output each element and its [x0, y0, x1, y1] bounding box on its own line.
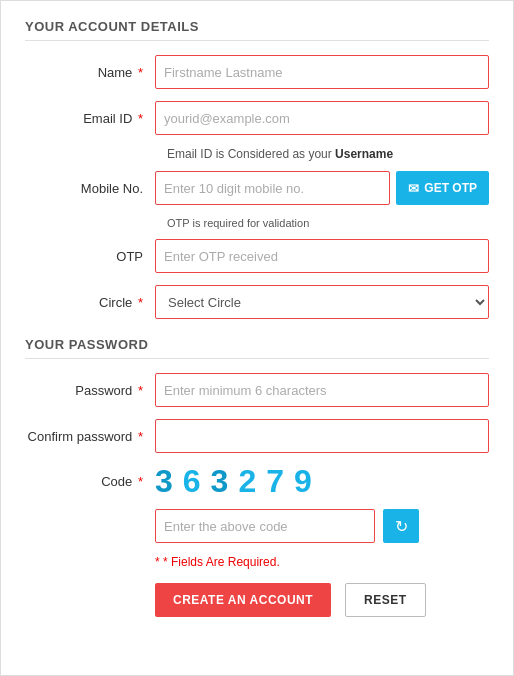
mobile-input-group: ✉ GET OTP [155, 171, 489, 205]
name-label: Name * [25, 65, 155, 80]
code-required-star: * [138, 474, 143, 489]
password-input[interactable] [155, 373, 489, 407]
refresh-captcha-button[interactable]: ↻ [383, 509, 419, 543]
password-label: Password * [25, 383, 155, 398]
reset-button[interactable]: RESET [345, 583, 426, 617]
refresh-icon: ↻ [395, 517, 408, 536]
captcha-input[interactable] [155, 509, 375, 543]
mobile-group: Mobile No. ✉ GET OTP [25, 171, 489, 205]
name-input[interactable] [155, 55, 489, 89]
code-digit-5: 9 [294, 465, 312, 497]
otp-label: OTP [25, 249, 155, 264]
email-label: Email ID * [25, 111, 155, 126]
code-digit-0: 3 [155, 465, 173, 497]
code-digit-4: 7 [266, 465, 284, 497]
mobile-label: Mobile No. [25, 181, 155, 196]
confirm-password-input[interactable] [155, 419, 489, 453]
email-input[interactable] [155, 101, 489, 135]
email-group: Email ID * [25, 101, 489, 135]
confirm-password-label: Confirm password * [25, 429, 155, 444]
get-otp-button[interactable]: ✉ GET OTP [396, 171, 489, 205]
code-digit-3: 2 [238, 465, 256, 497]
circle-label: Circle * [25, 295, 155, 310]
otp-group: OTP [25, 239, 489, 273]
code-digit-2: 3 [211, 465, 229, 497]
confirm-required-star: * [138, 429, 143, 444]
code-label: Code * [25, 474, 155, 489]
password-group: Password * [25, 373, 489, 407]
otp-note: OTP is required for validation [167, 217, 489, 229]
captcha-display: 3 6 3 2 7 9 [155, 465, 489, 497]
circle-required-star: * [138, 295, 143, 310]
email-required-star: * [138, 111, 143, 126]
otp-input[interactable] [155, 239, 489, 273]
envelope-icon: ✉ [408, 181, 419, 196]
name-group: Name * [25, 55, 489, 89]
required-star-note: * [155, 555, 163, 569]
password-section-title: YOUR PASSWORD [25, 337, 489, 359]
code-digit-1: 6 [183, 465, 201, 497]
confirm-password-group: Confirm password * [25, 419, 489, 453]
circle-group: Circle * Select Circle Circle 1 Circle 2… [25, 285, 489, 319]
code-group: Code * 3 6 3 2 7 9 [25, 465, 489, 497]
mobile-input[interactable] [155, 171, 390, 205]
password-required-star: * [138, 383, 143, 398]
email-note: Email ID is Considered as your Username [167, 147, 489, 161]
account-section-title: YOUR ACCOUNT DETAILS [25, 19, 489, 41]
captcha-input-group: ↻ [155, 509, 489, 543]
create-account-button[interactable]: CREATE AN ACCOUNT [155, 583, 331, 617]
name-required-star: * [138, 65, 143, 80]
form-container: YOUR ACCOUNT DETAILS Name * Email ID * E… [0, 0, 514, 676]
button-row: CREATE AN ACCOUNT RESET [155, 583, 489, 617]
circle-select[interactable]: Select Circle Circle 1 Circle 2 Circle 3 [155, 285, 489, 319]
required-note: * * Fields Are Required. [155, 555, 489, 569]
